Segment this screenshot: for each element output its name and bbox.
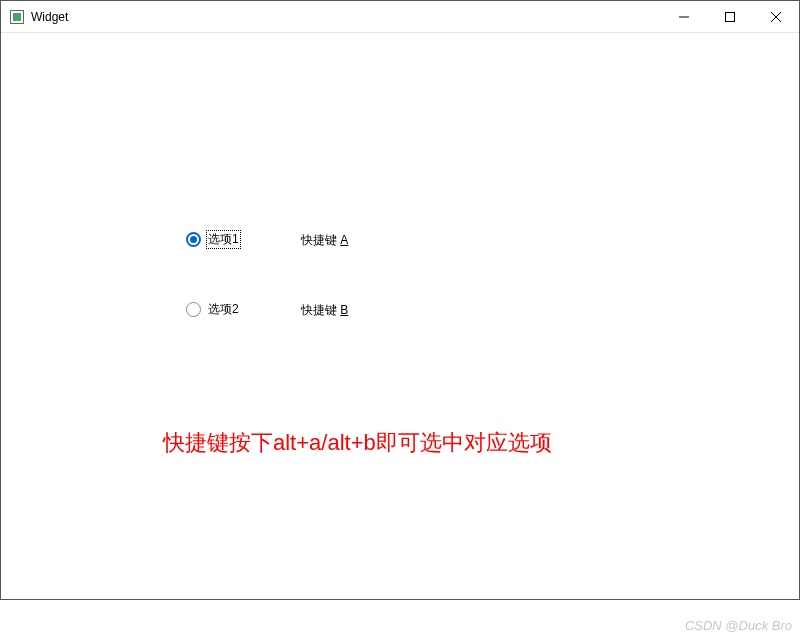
radio-label-1: 选项1 xyxy=(207,231,240,248)
maximize-button[interactable] xyxy=(707,1,753,33)
shortcut-mnemonic-b: B xyxy=(340,303,348,317)
shortcut-prefix-a: 快捷键 xyxy=(301,233,340,247)
radio-indicator-icon xyxy=(186,232,201,247)
shortcut-label-a: 快捷键 A xyxy=(301,232,348,249)
minimize-button[interactable] xyxy=(661,1,707,33)
window-title: Widget xyxy=(31,10,68,24)
radio-option-1[interactable]: 选项1 xyxy=(186,231,240,248)
window-controls xyxy=(661,1,799,32)
svg-rect-3 xyxy=(726,13,735,22)
radio-indicator-icon xyxy=(186,302,201,317)
titlebar-left: Widget xyxy=(9,9,68,25)
close-button[interactable] xyxy=(753,1,799,33)
radio-label-2: 选项2 xyxy=(207,301,240,318)
titlebar: Widget xyxy=(1,1,799,33)
app-window: Widget 选项1 快捷键 A 选项2 xyxy=(0,0,800,600)
client-area: 选项1 快捷键 A 选项2 快捷键 B 快捷键按下alt+a/alt+b即可选中… xyxy=(1,33,799,599)
app-icon xyxy=(9,9,25,25)
radio-option-2[interactable]: 选项2 xyxy=(186,301,240,318)
radio-dot-icon xyxy=(190,236,197,243)
shortcut-prefix-b: 快捷键 xyxy=(301,303,340,317)
shortcut-label-b: 快捷键 B xyxy=(301,302,348,319)
shortcut-mnemonic-a: A xyxy=(340,233,348,247)
watermark: CSDN @Duck Bro xyxy=(685,618,792,633)
hint-text: 快捷键按下alt+a/alt+b即可选中对应选项 xyxy=(163,428,552,458)
svg-rect-1 xyxy=(13,13,21,21)
